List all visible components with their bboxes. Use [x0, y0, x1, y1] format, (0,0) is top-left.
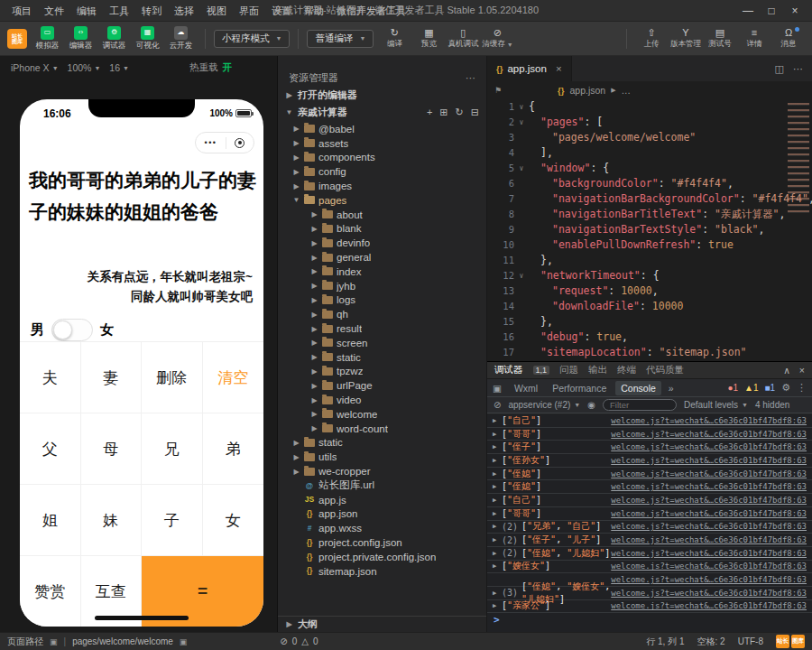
menu-item[interactable]: 界面: [233, 0, 265, 22]
eye-icon[interactable]: ◉: [587, 400, 595, 410]
key-兄[interactable]: 兄: [142, 413, 203, 484]
outline-section[interactable]: ▶ 大纲: [278, 616, 486, 632]
more-actions-icon[interactable]: ⋯: [466, 72, 475, 84]
tree-item-pages[interactable]: ▼pages: [278, 193, 486, 208]
code-line[interactable]: 15},: [487, 314, 812, 330]
code-line[interactable]: 8"navigationBarTitleText": "亲戚计算器",: [487, 207, 812, 222]
expand-caret-icon[interactable]: ▶: [493, 562, 502, 570]
code-line[interactable]: 12∨"networkTimeout": {: [487, 268, 812, 283]
fold-icon[interactable]: ∨: [514, 99, 529, 115]
mode-select[interactable]: 小程序模式 ▼: [214, 30, 290, 48]
code-line[interactable]: 7"navigationBarBackgroundColor": "#f4f4f…: [487, 191, 812, 207]
expand-caret-icon[interactable]: ▶: [493, 431, 502, 438]
key-弟[interactable]: 弟: [203, 413, 264, 484]
menu-item[interactable]: 工具: [103, 0, 135, 22]
expand-caret-icon[interactable]: ▶: [493, 457, 502, 464]
toolbar-详情-button[interactable]: ≡详情: [738, 27, 770, 50]
warning-count[interactable]: ▲1: [744, 383, 758, 393]
tab-app-json[interactable]: {} app.json ×: [487, 56, 572, 81]
gender-toggle[interactable]: [51, 319, 93, 341]
code-line[interactable]: 6"backgroundColor": "#f4f4f4",: [487, 176, 812, 191]
code-line[interactable]: 1∨{: [487, 99, 812, 115]
code-line[interactable]: 10"enablePullDownRefresh": true: [487, 237, 812, 253]
menu-item[interactable]: 选择: [168, 0, 200, 22]
panel-tab-问题[interactable]: 问题: [559, 364, 578, 376]
close-minimize-button[interactable]: [235, 138, 245, 148]
filter-input[interactable]: [603, 399, 677, 411]
console-log-row[interactable]: ▶["哥哥"]welcome.js?t=wechat&…c6e36c01bf47…: [487, 507, 812, 521]
log-source-link[interactable]: welcome.js?t=wechat&…c6e36c01bf47bdf8:63: [611, 430, 807, 439]
menu-item[interactable]: 项目: [5, 0, 38, 22]
tree-item-about[interactable]: ▶about: [278, 208, 486, 222]
refresh-icon[interactable]: ↻: [456, 107, 464, 118]
tree-item-app.wxss[interactable]: #app.wxss: [278, 521, 486, 535]
open-editors-section[interactable]: ▶ 打开的编辑器: [278, 87, 486, 104]
log-source-link[interactable]: welcome.js?t=wechat&…c6e36c01bf47bdf8:63: [611, 562, 807, 571]
toolbar-调试器-button[interactable]: ⚙调试器: [98, 26, 130, 51]
project-section[interactable]: ▼ 亲戚计算器 + ⊞ ↻ ⊟: [278, 104, 486, 121]
tree-item-config[interactable]: ▶config: [278, 164, 486, 179]
minimize-button[interactable]: —: [736, 0, 760, 22]
problems-indicator[interactable]: ⊘ 0 △ 0: [280, 636, 318, 646]
expand-caret-icon[interactable]: ▶: [493, 602, 502, 609]
tree-item-assets[interactable]: ▶assets: [278, 136, 486, 151]
tree-item-we-cropper[interactable]: ▶we-cropper: [278, 464, 486, 478]
expand-caret-icon[interactable]: ▶: [493, 417, 502, 424]
toolbar-消息-button[interactable]: Ω消息: [772, 27, 805, 50]
device-toolbar-icon[interactable]: ▣: [493, 383, 502, 394]
tree-item-tpzwz[interactable]: ▶tpzwz: [278, 365, 486, 379]
toolbar-模拟器-button[interactable]: ▭模拟器: [32, 26, 63, 51]
more-tabs-icon[interactable]: »: [669, 383, 674, 394]
tree-item-static[interactable]: ▶static: [278, 350, 486, 365]
tree-item-app.js[interactable]: JSapp.js: [278, 493, 486, 507]
tree-item-word-count[interactable]: ▶word-count: [278, 422, 486, 436]
cursor-position[interactable]: 行 1, 列 1: [646, 636, 684, 648]
close-panel-icon[interactable]: ×: [799, 365, 805, 376]
code-line[interactable]: 2∨"pages": [: [487, 115, 812, 130]
log-source-link[interactable]: welcome.js?t=wechat&…c6e36c01bf47bdf8:63: [611, 442, 807, 451]
more-menu-button[interactable]: •••: [205, 139, 217, 147]
hot-reload-toggle[interactable]: 热重载 开: [189, 61, 232, 74]
log-source-link[interactable]: welcome.js?t=wechat&…c6e36c01bf47bdf8:63: [611, 549, 807, 558]
collapse-all-icon[interactable]: ⊟: [471, 107, 479, 118]
code-area[interactable]: 1∨{2∨"pages": [3"pages/welcome/welcome"4…: [487, 99, 812, 361]
console-log-row[interactable]: ▶["哥哥"]welcome.js?t=wechat&…c6e36c01bf47…: [487, 428, 812, 441]
toolbar-上传-button[interactable]: ⇧上传: [635, 27, 668, 50]
expand-caret-icon[interactable]: ▶: [493, 470, 502, 478]
tree-item-video[interactable]: ▶video: [278, 393, 486, 407]
tree-item-app.json[interactable]: {}app.json: [278, 507, 486, 522]
file-encoding[interactable]: UTF-8: [738, 636, 763, 646]
log-source-link[interactable]: welcome.js?t=wechat&…c6e36c01bf47bdf8:63: [611, 416, 807, 425]
code-line[interactable]: 14"downloadFile": 10000: [487, 299, 812, 314]
tree-item-urlPage[interactable]: ▶urlPage: [278, 378, 486, 393]
settings-icon[interactable]: ⚙: [781, 382, 790, 394]
new-file-icon[interactable]: +: [427, 107, 432, 118]
tree-item-components[interactable]: ▶components: [278, 151, 486, 165]
panel-tab-终端[interactable]: 终端: [617, 364, 636, 376]
console-log-row[interactable]: ▶["嫂侄女"]welcome.js?t=wechat&…c6e36c01bf4…: [487, 561, 812, 574]
zoom-select[interactable]: 100%▼: [68, 62, 101, 73]
log-source-link[interactable]: welcome.js?t=wechat&…c6e36c01bf47bdf8:63: [611, 589, 807, 598]
console-log-row[interactable]: ▶["亲家公"]welcome.js?t=wechat&…c6e36c01bf4…: [487, 600, 812, 614]
console-log-row[interactable]: ▶(2)["侄子", "儿子"]welcome.js?t=wechat&…c6e…: [487, 534, 812, 547]
close-tab-icon[interactable]: ×: [556, 63, 562, 74]
tree-item-站长图库.url[interactable]: @站长图库.url: [278, 478, 486, 493]
copy-icon[interactable]: ▣: [180, 637, 188, 646]
tree-item-project.private.config.json[interactable]: {}project.private.config.json: [278, 550, 486, 564]
log-source-link[interactable]: welcome.js?t=wechat&…c6e36c01bf47bdf8:63: [611, 522, 807, 531]
code-line[interactable]: 9"navigationBarTextStyle": "black",: [487, 222, 812, 237]
code-line[interactable]: 4],: [487, 145, 812, 161]
panel-tab-输出[interactable]: 输出: [588, 364, 607, 376]
toolbar-预览-button[interactable]: ▦预览: [412, 27, 445, 50]
menu-item[interactable]: 编辑: [70, 0, 103, 22]
tree-item-project.config.json[interactable]: {}project.config.json: [278, 535, 486, 550]
log-source-link[interactable]: welcome.js?t=wechat&…c6e36c01bf47bdf8:63: [611, 482, 807, 491]
more-actions-icon[interactable]: ⋯: [793, 63, 803, 75]
toolbar-版本管理-button[interactable]: Y版本管理: [669, 27, 702, 50]
clear-console-icon[interactable]: ⊘: [494, 400, 501, 410]
key-妻[interactable]: 妻: [81, 341, 143, 413]
current-page-path[interactable]: pages/welcome/welcome: [72, 636, 173, 646]
key-母[interactable]: 母: [81, 413, 143, 484]
panel-tab-代码质量[interactable]: 代码质量: [646, 364, 684, 376]
key-赞赏[interactable]: 赞赏: [20, 555, 81, 627]
